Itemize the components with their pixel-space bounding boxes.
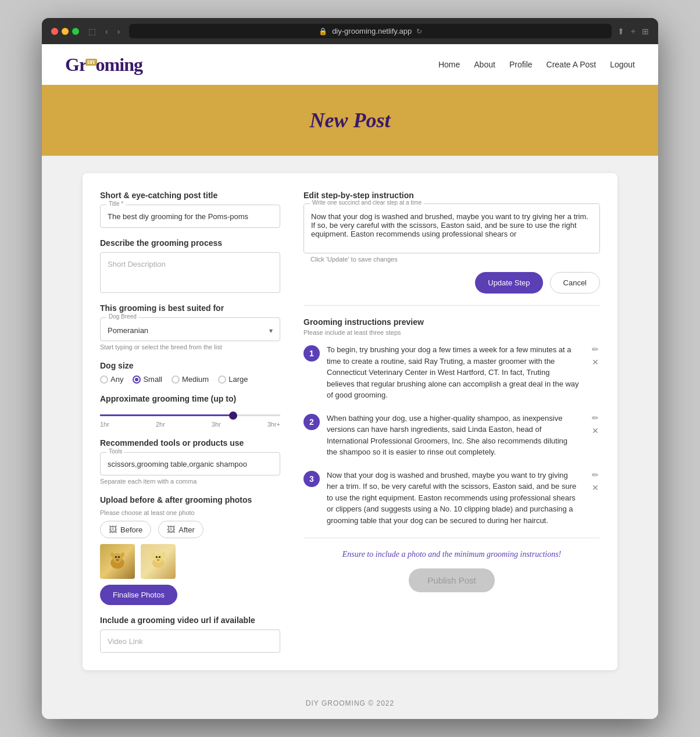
size-medium[interactable]: Medium bbox=[172, 375, 209, 384]
title-input[interactable] bbox=[108, 212, 273, 221]
chevron-down-icon: ▾ bbox=[269, 327, 273, 335]
svg-point-4 bbox=[116, 559, 119, 561]
address-bar[interactable]: 🔒 diy-grooming.netlify.app ↻ bbox=[129, 24, 612, 38]
delete-step-2-button[interactable]: ✕ bbox=[591, 425, 600, 436]
browser-nav: ⬚ ‹ › bbox=[85, 26, 123, 37]
svg-point-2 bbox=[115, 556, 117, 558]
breed-dropdown[interactable]: Pomeranian ▾ bbox=[108, 326, 273, 335]
divider-1 bbox=[303, 305, 600, 306]
before-photo-thumb bbox=[100, 544, 135, 579]
step-num-2: 2 bbox=[303, 414, 320, 430]
image-icon: 🖼 bbox=[109, 525, 117, 534]
ensure-message: Ensure to include a photo and the minimu… bbox=[303, 550, 600, 559]
radio-medium-circle bbox=[172, 375, 180, 384]
slider-3hrplus: 3hr+ bbox=[267, 421, 280, 428]
nav-home[interactable]: Home bbox=[438, 60, 460, 69]
cancel-button[interactable]: Cancel bbox=[550, 272, 600, 294]
size-any[interactable]: Any bbox=[100, 375, 123, 384]
back-arrow[interactable]: ‹ bbox=[102, 26, 112, 37]
slider-2hr: 2hr bbox=[156, 421, 165, 428]
tools-wrapper: Tools bbox=[100, 452, 280, 475]
step-actions-3: ✏ ✕ bbox=[591, 470, 600, 493]
publish-post-button[interactable]: Publish Post bbox=[409, 568, 494, 592]
after-photo-button[interactable]: 🖼 After bbox=[158, 521, 203, 538]
traffic-lights bbox=[51, 28, 79, 35]
right-panel: Edit step-by-step instruction Write one … bbox=[303, 191, 600, 653]
footer-text: DIY GROOMING © 2022 bbox=[306, 699, 394, 707]
slider-3hr: 3hr bbox=[212, 421, 221, 428]
description-input[interactable] bbox=[108, 260, 273, 269]
slider-container: 1hr 2hr 3hr 3hr+ bbox=[100, 408, 280, 428]
radio-small-circle bbox=[133, 375, 141, 384]
nav-profile[interactable]: Profile bbox=[509, 60, 533, 69]
size-large[interactable]: Large bbox=[218, 375, 248, 384]
delete-step-1-button[interactable]: ✕ bbox=[591, 357, 600, 367]
tools-input[interactable] bbox=[108, 460, 273, 468]
photos-preview bbox=[100, 544, 280, 579]
nav-create[interactable]: Create A Post bbox=[547, 60, 597, 69]
preview-hint: Please include at least three steps bbox=[303, 329, 600, 336]
delete-step-3-button[interactable]: ✕ bbox=[591, 482, 600, 493]
edit-step-2-button[interactable]: ✏ bbox=[591, 413, 600, 423]
step-text-2: When bathing your dog, use a higher-qual… bbox=[327, 413, 579, 458]
title-section-label: Short & eye-catching post title bbox=[100, 191, 280, 200]
minimize-button[interactable] bbox=[62, 28, 69, 35]
forward-arrow[interactable]: › bbox=[114, 26, 124, 37]
nav-logout[interactable]: Logout bbox=[610, 60, 635, 69]
radio-any-circle bbox=[100, 375, 108, 384]
after-photo-thumb bbox=[141, 544, 176, 579]
nav-about[interactable]: About bbox=[474, 60, 495, 69]
time-slider[interactable] bbox=[100, 414, 280, 416]
breed-hint: Start typing or select the breed from th… bbox=[100, 344, 280, 350]
time-section-label: Approximate grooming time (up to) bbox=[100, 394, 280, 403]
breed-value: Pomeranian bbox=[108, 326, 148, 335]
describe-section-label: Describe the grooming process bbox=[100, 238, 280, 248]
svg-point-10 bbox=[159, 556, 160, 558]
svg-point-3 bbox=[118, 556, 120, 558]
maximize-button[interactable] bbox=[72, 28, 79, 35]
step-item-3: 3 Now that your dog is washed and brushe… bbox=[303, 470, 600, 527]
slider-labels: 1hr 2hr 3hr 3hr+ bbox=[100, 421, 280, 428]
video-input[interactable] bbox=[108, 637, 273, 646]
image-icon-2: 🖼 bbox=[167, 525, 175, 534]
radio-small-dot bbox=[135, 378, 138, 381]
before-photo-button[interactable]: 🖼 Before bbox=[100, 521, 151, 538]
step-num-3: 3 bbox=[303, 471, 320, 487]
url-text: diy-grooming.netlify.app bbox=[332, 27, 412, 35]
svg-point-11 bbox=[156, 559, 159, 561]
logo-text: GrDIYoming bbox=[65, 54, 142, 76]
size-small[interactable]: Small bbox=[133, 375, 162, 384]
edit-section-title: Edit step-by-step instruction bbox=[303, 191, 600, 200]
step-actions-2: ✏ ✕ bbox=[591, 413, 600, 436]
nav-links: Home About Profile Create A Post Logout bbox=[438, 60, 635, 69]
step-textarea[interactable] bbox=[304, 204, 599, 251]
back-button[interactable]: ⬚ bbox=[85, 26, 99, 37]
breed-fieldset-label: Dog Breed bbox=[106, 313, 139, 320]
tools-hint: Separate each item with a comma bbox=[100, 478, 280, 485]
edit-step-3-button[interactable]: ✏ bbox=[591, 470, 600, 480]
edit-step-1-button[interactable]: ✏ bbox=[591, 344, 600, 355]
update-step-button[interactable]: Update Step bbox=[475, 272, 542, 294]
form-card: Short & eye-catching post title Title * … bbox=[83, 173, 617, 670]
step-fieldset-label: Write one succinct and clear step at a t… bbox=[310, 199, 424, 206]
tools-section-label: Recommended tools or products use bbox=[100, 438, 280, 448]
logo-diy-badge: DIY bbox=[85, 59, 97, 66]
title-fieldset-label: Title * bbox=[106, 201, 126, 207]
step-item-1: 1 To begin, try brushing your dog a few … bbox=[303, 344, 600, 401]
video-wrapper bbox=[100, 629, 280, 653]
page-title: New Post bbox=[65, 108, 635, 133]
main-content: Short & eye-catching post title Title * … bbox=[42, 156, 658, 688]
suited-section-label: This grooming is best suited for bbox=[100, 303, 280, 313]
photos-section-label: Upload before & after grooming photos bbox=[100, 495, 280, 505]
description-wrapper bbox=[100, 252, 280, 293]
grid-button[interactable]: ⊞ bbox=[642, 26, 649, 37]
photo-buttons: 🖼 Before 🖼 After bbox=[100, 521, 280, 538]
preview-title: Grooming instructions preview bbox=[303, 317, 600, 327]
divider-2 bbox=[303, 538, 600, 538]
share-button[interactable]: ⬆ bbox=[617, 26, 624, 37]
finalise-photos-button[interactable]: Finalise Photos bbox=[100, 585, 177, 605]
close-button[interactable] bbox=[51, 28, 58, 35]
step-actions-1: ✏ ✕ bbox=[591, 344, 600, 367]
new-tab-button[interactable]: ＋ bbox=[629, 26, 637, 37]
radio-large-label: Large bbox=[228, 375, 248, 384]
